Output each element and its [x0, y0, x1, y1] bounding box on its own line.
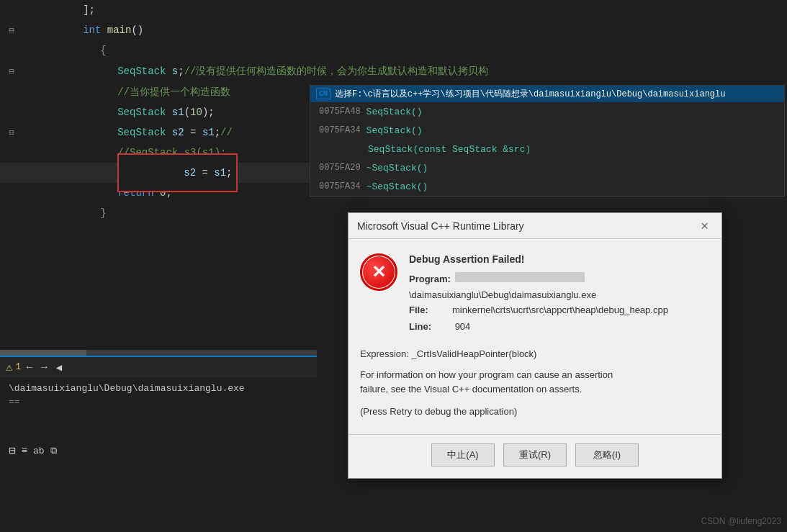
dialog-program-row: Program: [409, 272, 707, 287]
dialog-titlebar: Microsoft Visual C++ Runtime Library ✕ [348, 213, 721, 239]
autocomplete-header: CN 选择F:\c语言以及c++学习\练习项目\代码随想录\daimasuixi… [310, 86, 784, 102]
dialog-buttons: 中止(A) 重试(R) 忽略(I) [348, 434, 721, 475]
vs-icon: CN [316, 89, 330, 99]
dialog-heading: Debug Assertion Failed! [409, 253, 707, 265]
dialog-file-path: minkernel\crts\ucrt\src\appcrt\heap\debu… [452, 303, 668, 317]
line-gutter-3: ⊟ [6, 66, 35, 77]
code-editor: ]; ⊟ int main() { ⊟ [0, 0, 317, 353]
item-addr-4: 0075FA20 [319, 163, 361, 173]
dialog-expression-label: Expression: [360, 348, 409, 359]
code-line-8: s2 = s1; [0, 163, 317, 183]
dialog-retry-button[interactable]: 重试(R) [503, 443, 567, 466]
dialog-abort-button[interactable]: 中止(A) [431, 443, 495, 466]
dialog-program-blurred [455, 272, 585, 282]
dialog-line-row: Line: 904 [409, 320, 707, 334]
panel-icon-1[interactable]: ⊟ [9, 443, 16, 458]
autocomplete-dropdown[interactable]: CN 选择F:\c语言以及c++学习\练习项目\代码随想录\daimasuixi… [310, 85, 785, 197]
dialog-line-label: Line: [409, 320, 452, 334]
error-icon-inner: ✕ [363, 256, 395, 288]
nav-forward-icon[interactable]: → [38, 360, 50, 374]
panel-path-1: \daimasuixianglu\Debug\daimasuixianglu.e… [9, 383, 308, 394]
error-highlighted-code: s2 = s1; [117, 153, 238, 192]
autocomplete-item-5[interactable]: 0075FA34 ~SeqStack() [310, 177, 784, 196]
panel-icons-row: ⊟ ≡ ab ⧉ [9, 443, 308, 458]
panel-icon-4[interactable]: ⧉ [50, 446, 57, 456]
warning-icon: ⚠ [6, 360, 13, 374]
line-content-8: s2 = s1; [35, 142, 311, 204]
item-name-4: ~SeqStack() [366, 163, 428, 173]
fold-icon-1: ⊟ [6, 25, 17, 36]
autocomplete-item-2[interactable]: 0075FA34 SeqStack() [310, 121, 784, 140]
csdn-watermark: CSDN @liufeng2023 [701, 516, 781, 526]
dialog-file-row: File: minkernel\crts\ucrt\src\appcrt\hea… [409, 303, 707, 317]
panel-icon-3[interactable]: ab [33, 446, 45, 456]
item-name-5: ~SeqStack() [366, 181, 428, 192]
scrollbar-area[interactable] [0, 350, 317, 356]
bottom-panel: ⚠ 1 ← → ◀ \daimasuixianglu\Debug\daimasu… [0, 356, 317, 532]
dialog-expression-row: Expression: _CrtIsValidHeapPointer(block… [360, 348, 707, 359]
dialog-description: For information on how your program can … [360, 368, 707, 398]
scrollbar-thumb[interactable] [0, 350, 86, 356]
fold-icon-3: ⊟ [6, 66, 17, 77]
dialog-body: ✕ Debug Assertion Failed! Program: \daim… [348, 239, 721, 434]
warning-badge: ⚠ 1 [6, 360, 21, 374]
dialog-text-block: Debug Assertion Failed! Program: \daimas… [409, 253, 707, 337]
line-gutter-6: ⊟ [6, 127, 35, 138]
autocomplete-item-3[interactable]: SeqStack(const SeqStack &src) [310, 140, 784, 158]
item-addr-1: 0075FA48 [319, 107, 361, 117]
ide-container: ]; ⊟ int main() { ⊟ [0, 0, 787, 532]
item-name-3: SeqStack(const SeqStack &src) [368, 144, 531, 155]
error-x-mark: ✕ [372, 263, 386, 281]
error-icon: ✕ [360, 253, 397, 291]
warning-count: 1 [16, 362, 21, 372]
dialog-program-path: \daimasuixianglu\Debug\daimasuixianglu.e… [409, 289, 707, 300]
dialog-file-label: File: [409, 303, 452, 317]
code-line-10: } [0, 203, 317, 223]
item-name-2: SeqStack() [366, 125, 423, 136]
dialog-program-label: Program: [409, 272, 452, 287]
item-name-1: SeqStack() [366, 107, 423, 117]
autocomplete-header-text: 选择F:\c语言以及c++学习\练习项目\代码随想录\daimasuixiang… [335, 88, 725, 100]
dialog-hint: (Press Retry to debug the application) [360, 406, 707, 417]
line-gutter-1: ⊟ [6, 25, 35, 36]
item-addr-2: 0075FA34 [319, 125, 361, 135]
panel-icon-2[interactable]: ≡ [22, 445, 27, 456]
panel-toolbar: ⚠ 1 ← → ◀ [0, 356, 317, 377]
autocomplete-item-1[interactable]: 0075FA48 SeqStack() [310, 102, 784, 121]
csdn-watermark-text: CSDN @liufeng2023 [701, 516, 781, 526]
dialog-ignore-button[interactable]: 忽略(I) [575, 443, 639, 466]
dialog-top-row: ✕ Debug Assertion Failed! Program: \daim… [360, 253, 707, 337]
nav-back-icon[interactable]: ← [24, 360, 35, 374]
dialog-line-number: 904 [455, 320, 471, 334]
fold-icon-6: ⊟ [6, 127, 17, 138]
dialog-expression-value: _CrtIsValidHeapPointer(block) [412, 348, 537, 359]
autocomplete-item-4[interactable]: 0075FA20 ~SeqStack() [310, 158, 784, 177]
dialog-title: Microsoft Visual C++ Runtime Library [357, 220, 524, 232]
panel-separator: == [9, 397, 308, 407]
panel-content: \daimasuixianglu\Debug\daimasuixianglu.e… [0, 377, 317, 532]
item-addr-5: 0075FA34 [319, 181, 361, 191]
nav-close-icon[interactable]: ◀ [53, 360, 65, 375]
error-dialog: Microsoft Visual C++ Runtime Library ✕ ✕… [348, 212, 722, 479]
dialog-close-button[interactable]: ✕ [696, 218, 713, 234]
